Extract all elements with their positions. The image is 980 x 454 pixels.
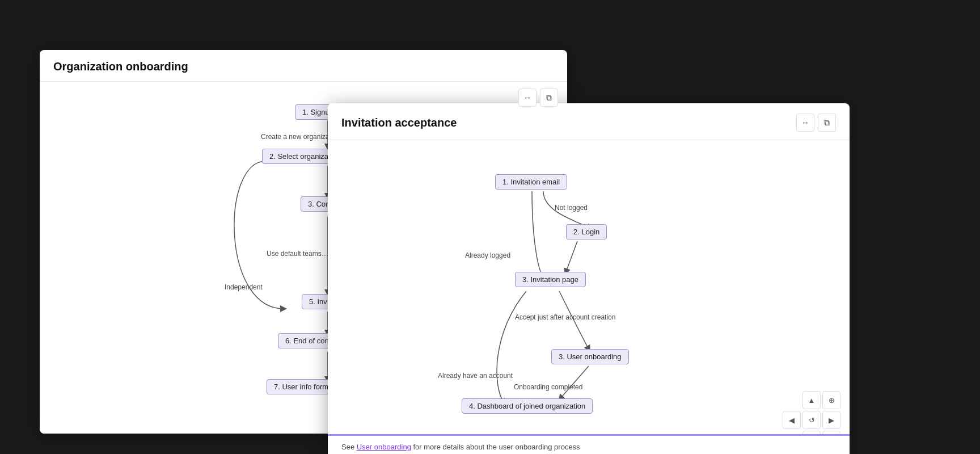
right-copy-button[interactable]: ⧉ (818, 114, 836, 132)
flow-text-create-org: Create a new organiza… (261, 133, 336, 141)
node-invitation-page: 3. Invitation page (515, 272, 586, 287)
flow-text-onboarding-completed: Onboarding completed (514, 383, 582, 391)
footer-text: See User onboarding for more details abo… (328, 434, 850, 454)
main-window-header: Organization onboarding (40, 50, 567, 82)
flow-text-not-logged: Not logged (555, 204, 588, 212)
footer-before-link: See (341, 443, 357, 451)
node-dashboard: 4. Dashboard of joined organization (462, 398, 593, 414)
nav-zoom-in-button[interactable]: ⊕ (822, 391, 840, 409)
flow-text-independent: Independent (225, 283, 263, 291)
svg-line-5 (560, 366, 589, 398)
right-diagram-controls: ↔ ⧉ (796, 114, 836, 132)
second-window: Invitation acceptance ↔ ⧉ (328, 103, 850, 454)
node-user-onboarding: 3. User onboarding (551, 349, 629, 364)
flow-text-use-default: Use default teams… (267, 250, 328, 258)
flow-text-already-logged: Already logged (465, 251, 510, 259)
node-invitation-email: 1. Invitation email (495, 174, 567, 190)
second-window-title: Invitation acceptance (341, 116, 457, 129)
right-expand-button[interactable]: ↔ (796, 114, 814, 132)
left-copy-button[interactable]: ⧉ (540, 89, 558, 107)
main-window-title: Organization onboarding (53, 60, 188, 73)
nav-up-button[interactable]: ▲ (802, 391, 821, 409)
right-diagram-container: 1. Invitation email Not logged Already l… (328, 140, 850, 454)
flow-text-already-account: Already have an account (438, 372, 513, 380)
left-expand-button[interactable]: ↔ (518, 89, 537, 107)
footer-after-link: for more details about the user onboardi… (411, 443, 580, 451)
nav-right-button[interactable]: ▶ (822, 411, 840, 429)
second-window-header: Invitation acceptance ↔ ⧉ (328, 103, 850, 140)
svg-line-4 (566, 241, 577, 272)
node-login: 2. Login (566, 224, 607, 239)
nav-refresh-button[interactable]: ↺ (802, 411, 821, 429)
left-diagram-controls: ↔ ⧉ (518, 89, 558, 107)
nav-left-button[interactable]: ◀ (783, 411, 801, 429)
flow-text-accept-after: Accept just after account creation (515, 313, 615, 321)
nav-empty-tl (783, 391, 801, 409)
footer-link[interactable]: User onboarding (357, 443, 411, 451)
